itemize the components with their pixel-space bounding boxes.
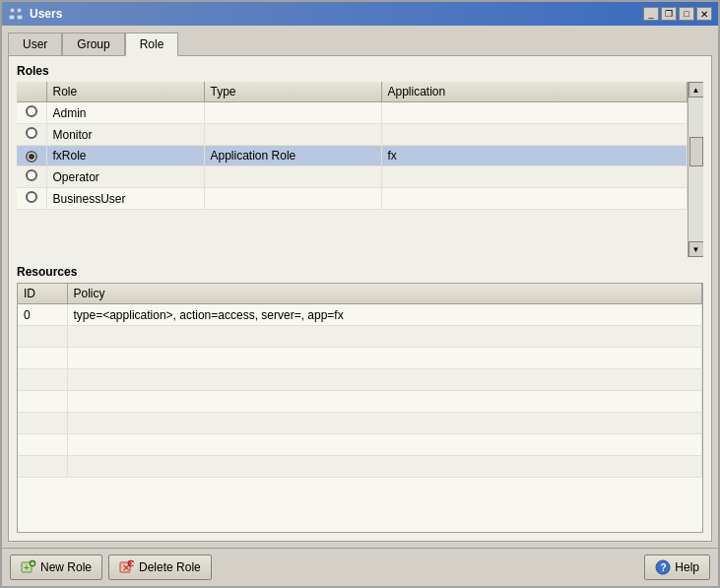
resource-policy — [67, 456, 702, 478]
maximize-button[interactable]: □ — [679, 7, 694, 21]
resource-policy — [67, 369, 702, 391]
resource-id — [18, 456, 67, 478]
bottom-left-buttons: + + New Role ✕ ✕ Delete Role — [10, 555, 212, 580]
radio-cell — [17, 166, 46, 188]
roles-section-label: Roles — [17, 64, 703, 78]
resource-id — [18, 348, 67, 369]
new-role-button[interactable]: + + New Role — [10, 555, 102, 580]
svg-rect-0 — [10, 8, 15, 13]
resource-id — [18, 326, 67, 348]
resources-section-label: Resources — [17, 265, 703, 279]
resources-table: ID Policy 0 type=<application>, action=a… — [18, 284, 702, 478]
app-cell — [381, 124, 687, 146]
table-row[interactable]: Admin — [17, 102, 687, 124]
table-row[interactable]: fxRole Application Role fx — [17, 146, 687, 166]
resources-section: Resources ID Policy 0 type=<appl — [17, 265, 703, 533]
col-header-radio — [17, 82, 46, 102]
resources-table-container: ID Policy 0 type=<application>, action=a… — [17, 283, 703, 533]
type-cell — [204, 166, 381, 188]
title-buttons: _ ❐ □ ✕ — [643, 7, 712, 21]
resource-row[interactable] — [18, 413, 702, 434]
resource-row[interactable] — [18, 369, 702, 391]
bottom-bar: + + New Role ✕ ✕ Delete Role — [2, 548, 718, 586]
tab-group[interactable]: Group — [62, 33, 124, 56]
delete-role-icon: ✕ ✕ — [119, 559, 135, 575]
svg-text:✕: ✕ — [130, 560, 136, 567]
minimize-button[interactable]: _ — [643, 7, 659, 21]
table-row[interactable]: Monitor — [17, 124, 687, 146]
svg-text:?: ? — [661, 562, 667, 573]
resource-policy — [67, 348, 702, 369]
app-cell: fx — [381, 146, 687, 166]
col-header-type: Type — [204, 82, 381, 102]
radio-indicator — [26, 191, 37, 203]
col-header-id: ID — [18, 284, 67, 304]
resource-row[interactable]: 0 type=<application>, action=access, ser… — [18, 304, 702, 326]
radio-cell — [17, 102, 46, 124]
svg-rect-2 — [9, 15, 15, 20]
resource-policy — [67, 326, 702, 348]
resource-id — [18, 391, 67, 413]
scroll-down-button[interactable]: ▼ — [688, 241, 704, 257]
roles-section: Roles Role Type Application — [17, 64, 703, 257]
help-icon: ? — [655, 559, 671, 575]
content-area: User Group Role Roles Role Typ — [2, 26, 718, 548]
users-icon — [8, 6, 24, 22]
role-cell: Operator — [46, 166, 204, 188]
tab-user[interactable]: User — [8, 33, 62, 56]
radio-indicator — [26, 127, 37, 139]
help-button[interactable]: ? Help — [644, 555, 710, 580]
col-header-application: Application — [381, 82, 687, 102]
resource-row[interactable] — [18, 456, 702, 478]
radio-cell — [17, 188, 46, 210]
delete-role-button[interactable]: ✕ ✕ Delete Role — [108, 555, 212, 580]
radio-indicator-selected — [26, 151, 37, 163]
resource-row[interactable] — [18, 326, 702, 348]
tab-bar: User Group Role — [8, 32, 712, 55]
type-cell — [204, 188, 381, 210]
type-cell: Application Role — [204, 146, 381, 166]
roles-scrollbar[interactable]: ▲ ▼ — [687, 82, 703, 257]
svg-rect-1 — [17, 8, 22, 13]
resource-id — [18, 413, 67, 434]
resource-row[interactable] — [18, 434, 702, 456]
resource-id — [18, 369, 67, 391]
col-header-role: Role — [46, 82, 204, 102]
new-role-icon: + + — [21, 559, 36, 575]
scroll-thumb[interactable] — [689, 137, 703, 166]
close-button[interactable]: ✕ — [696, 7, 712, 21]
tab-role-content: Roles Role Type Application — [8, 55, 712, 542]
table-row[interactable]: BusinessUser — [17, 188, 687, 210]
resource-id — [18, 434, 67, 456]
resource-policy: type=<application>, action=access, serve… — [67, 304, 702, 326]
app-cell — [381, 188, 687, 210]
role-cell: fxRole — [46, 146, 204, 166]
roles-table: Role Type Application Admin — [17, 82, 687, 210]
restore-button[interactable]: ❐ — [661, 7, 677, 21]
resource-policy — [67, 413, 702, 434]
scroll-track[interactable] — [688, 98, 703, 241]
radio-indicator — [26, 105, 37, 117]
app-cell — [381, 102, 687, 124]
scroll-up-button[interactable]: ▲ — [688, 82, 704, 98]
tab-role[interactable]: Role — [125, 33, 179, 56]
new-role-label: New Role — [40, 560, 92, 574]
title-bar: Users _ ❐ □ ✕ — [2, 2, 718, 26]
roles-table-inner: Role Type Application Admin — [17, 82, 687, 257]
radio-cell — [17, 146, 46, 166]
table-row[interactable]: Operator — [17, 166, 687, 188]
resource-row[interactable] — [18, 391, 702, 413]
radio-cell — [17, 124, 46, 146]
delete-role-label: Delete Role — [139, 560, 201, 574]
svg-text:+: + — [24, 562, 30, 573]
app-cell — [381, 166, 687, 188]
main-window: Users _ ❐ □ ✕ User Group Role Roles — [0, 0, 720, 588]
roles-table-container: Role Type Application Admin — [17, 82, 703, 257]
resource-id: 0 — [18, 304, 67, 326]
role-cell: BusinessUser — [46, 188, 204, 210]
window-title: Users — [30, 7, 62, 21]
resource-row[interactable] — [18, 348, 702, 369]
svg-text:+: + — [31, 560, 34, 567]
svg-rect-3 — [17, 15, 23, 20]
role-cell: Admin — [46, 102, 204, 124]
